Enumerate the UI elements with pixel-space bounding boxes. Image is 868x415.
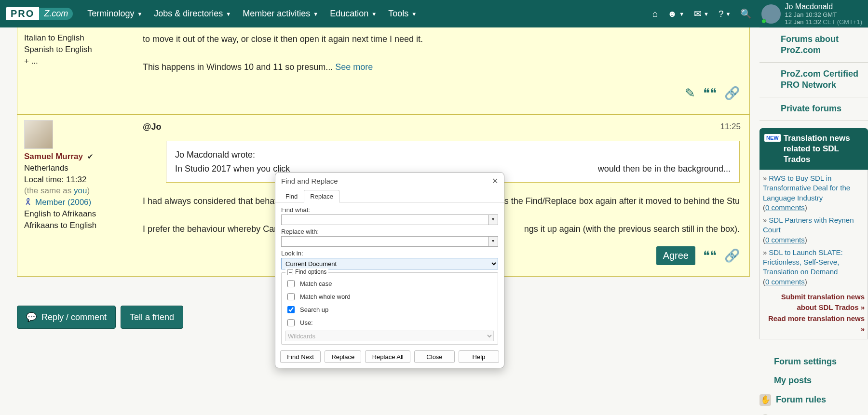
help-icon[interactable]: ? ▼ [719, 9, 731, 19]
my-posts-link[interactable]: My posts [760, 373, 868, 388]
submit-news-link[interactable]: Submit translation news about SDL Trados… [763, 292, 865, 313]
news-link[interactable]: SDL Partners with Reynen Court [763, 216, 854, 234]
find-what-row: Find what: ▾ [281, 206, 498, 225]
nav-right: ⌂ ☻ ▼ ✉ ▼ ? ▼ 🔍 Jo Macdonald 12 Jan 10:3… [652, 2, 862, 26]
post-content: to move it out of the way, or close it t… [133, 27, 749, 114]
look-in-row: Look in: Current Document [281, 250, 498, 269]
edit-icon[interactable]: ✎ [685, 83, 695, 104]
forum-post: Italian to English Spanish to English + … [17, 27, 750, 115]
comments-link[interactable]: 0 comments [765, 236, 805, 244]
help-button[interactable]: Help [459, 350, 499, 363]
replace-all-button[interactable]: Replace All [365, 350, 410, 363]
dialog-footer: Find Next Replace Replace All Close Help [275, 347, 504, 368]
match-whole-checkbox[interactable]: Match whole word [285, 292, 494, 302]
reply-button[interactable]: 💬Reply / comment [17, 306, 116, 329]
home-icon[interactable]: ⌂ [652, 9, 658, 19]
search-icon[interactable]: 🔍 [740, 8, 752, 19]
collapse-icon[interactable]: – [287, 269, 293, 275]
replace-with-row: Replace with: ▾ [281, 228, 498, 247]
chevron-down-icon: ▼ [726, 11, 731, 17]
right-sidebar: Forums about ProZ.com ProZ.com Certified… [760, 27, 868, 415]
mail-icon[interactable]: ✉ ▼ [694, 8, 709, 19]
tab-find[interactable]: Find [279, 190, 304, 202]
tell-friend-button[interactable]: Tell a friend [121, 306, 183, 329]
see-more-link[interactable]: See more [335, 62, 373, 72]
tab-replace[interactable]: Replace [304, 190, 339, 202]
use-select: Wildcards [285, 331, 494, 341]
quote-icon[interactable]: ❝❝ [703, 246, 717, 266]
face-icon[interactable]: ☻ ▼ [667, 9, 684, 19]
logo-text-1: PRO [6, 7, 39, 20]
find-what-input[interactable] [281, 214, 488, 225]
chevron-down-icon: ▼ [704, 11, 709, 17]
user-time-2: 12 Jan 11:32 CET (GMT+1) [785, 18, 862, 26]
close-button[interactable]: Close [414, 350, 455, 363]
match-whole-input[interactable] [287, 293, 295, 300]
avatar [761, 4, 781, 24]
author-photo[interactable] [24, 120, 53, 149]
chat-icon: 💬 [26, 312, 37, 322]
read-more-news-link[interactable]: Read more translation news » [763, 313, 865, 335]
menu-tools[interactable]: Tools▼ [388, 9, 417, 19]
side-link[interactable]: Private forums [760, 97, 868, 120]
match-case-checkbox[interactable]: Match case [285, 279, 494, 289]
chevron-down-icon: ▼ [371, 11, 377, 17]
top-nav: PRO Z.com Terminology▼ Jobs & directorie… [0, 0, 868, 27]
comments-link[interactable]: 0 comments [765, 278, 805, 286]
use-input[interactable] [287, 319, 295, 326]
news-item: »SDL to Launch SLATE: Frictionless, Self… [763, 248, 865, 287]
dialog-body: Find what: ▾ Replace with: ▾ Look in: Cu… [275, 202, 504, 347]
search-up-checkbox[interactable]: Search up [285, 305, 494, 315]
search-up-input[interactable] [287, 306, 295, 313]
user-block[interactable]: Jo Macdonald 12 Jan 10:32 GMT 12 Jan 11:… [761, 2, 862, 26]
dropdown-icon[interactable]: ▾ [488, 236, 498, 247]
chevron-down-icon: ▼ [313, 11, 318, 17]
match-case-input[interactable] [287, 280, 295, 287]
find-replace-dialog: Find and Replace ✕ Find Replace Find wha… [275, 172, 504, 368]
agree-button[interactable]: Agree [656, 246, 695, 265]
author-lang: English to Afrikaans [24, 208, 126, 220]
chevron-down-icon: ▼ [137, 11, 142, 17]
link-icon[interactable]: 🔗 [724, 246, 740, 266]
comments-link[interactable]: 0 comments [765, 203, 805, 212]
help-link[interactable]: ?Help and [760, 412, 868, 415]
news-link[interactable]: RWS to Buy SDL in Transformative Deal fo… [763, 174, 850, 202]
news-more: Submit translation news about SDL Trados… [763, 292, 865, 335]
user-name: Jo Macdonald [785, 2, 862, 11]
news-body: »RWS to Buy SDL in Transformative Deal f… [760, 170, 868, 339]
author-name-row: Samuel Murray ✔ [24, 151, 126, 162]
menu-member-activities[interactable]: Member activities▼ [243, 9, 318, 19]
dialog-tabs: Find Replace [275, 189, 504, 202]
post-author-col: Italian to English Spanish to English + … [17, 27, 133, 114]
side-links-2: Forum settings My posts ✋Forum rules ?He… [760, 354, 868, 415]
dropdown-icon[interactable]: ▾ [488, 214, 498, 225]
use-checkbox[interactable]: Use: [285, 318, 494, 328]
quote-line: Jo Macdonald wrote: [175, 148, 731, 162]
news-link[interactable]: SDL to Launch SLATE: Frictionless, Self-… [763, 248, 843, 276]
close-icon[interactable]: ✕ [492, 176, 498, 186]
member-link[interactable]: Member (2006) [35, 198, 91, 207]
forum-rules-link[interactable]: ✋Forum rules [760, 391, 868, 409]
dialog-titlebar[interactable]: Find and Replace ✕ [275, 173, 504, 189]
menu-jobs[interactable]: Jobs & directories▼ [154, 9, 231, 19]
look-in-select[interactable]: Current Document [281, 258, 498, 269]
you-link[interactable]: you [74, 186, 87, 195]
find-next-button[interactable]: Find Next [280, 350, 321, 363]
forum-settings-link[interactable]: Forum settings [760, 354, 868, 370]
author-lang-more[interactable]: + ... [24, 55, 126, 67]
author-name[interactable]: Samuel Murray [24, 152, 83, 161]
quote-icon[interactable]: ❝❝ [703, 83, 717, 104]
side-link[interactable]: Forums about ProZ.com [760, 28, 868, 63]
menu-terminology[interactable]: Terminology▼ [87, 9, 142, 19]
link-icon[interactable]: 🔗 [724, 83, 740, 104]
user-time-1: 12 Jan 10:32 GMT [785, 11, 862, 18]
logo[interactable]: PRO Z.com [6, 7, 73, 20]
replace-button[interactable]: Replace [325, 350, 361, 363]
chevron-down-icon: ▼ [411, 11, 417, 17]
find-what-label: Find what: [281, 206, 498, 214]
replace-with-input[interactable] [281, 236, 488, 247]
menu-education[interactable]: Education▼ [330, 9, 377, 19]
find-options-legend: –Find options [285, 268, 328, 275]
dialog-title: Find and Replace [281, 177, 338, 185]
side-link[interactable]: ProZ.com Certified PRO Network [760, 63, 868, 97]
